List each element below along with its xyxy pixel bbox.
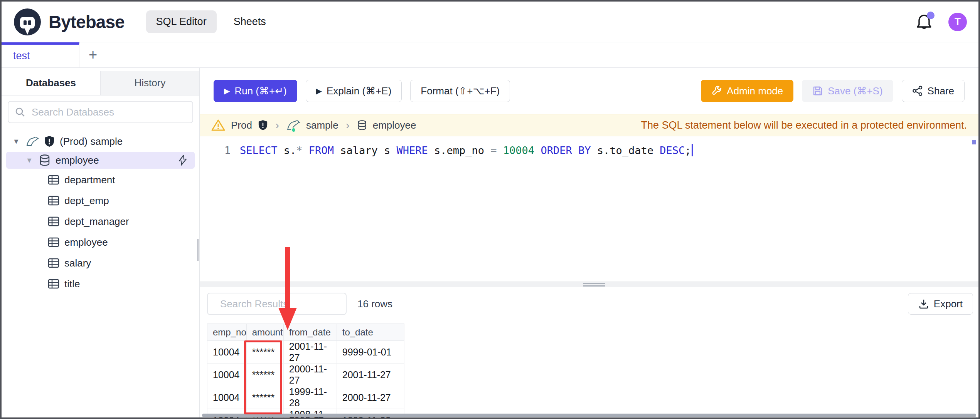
avatar[interactable]: T [948, 13, 967, 31]
database-icon [357, 120, 367, 131]
tree-item-table-title[interactable]: title [2, 273, 199, 294]
play-icon: ▶ [316, 86, 322, 96]
tree-item-table-employee[interactable]: employee [2, 232, 199, 253]
admin-mode-button[interactable]: Admin mode [701, 80, 793, 102]
caret-down-icon[interactable]: ▾ [25, 155, 34, 165]
format-button[interactable]: Format (⇧+⌥+F) [410, 80, 510, 102]
tree-item-table-department[interactable]: department [2, 169, 199, 190]
bolt-icon[interactable] [178, 154, 188, 166]
db-table-list: department dept_emp dept_manager [2, 169, 199, 294]
table-cell[interactable]: 1999-11-28 [283, 386, 337, 409]
run-button[interactable]: ▶ Run (⌘+↵) [214, 80, 297, 102]
tree-item-label: employee [64, 236, 108, 248]
explain-button[interactable]: ▶ Explain (⌘+E) [306, 80, 402, 102]
column-header-amount[interactable]: amount [246, 324, 283, 341]
share-button[interactable]: Share [902, 80, 965, 102]
database-search[interactable] [8, 101, 193, 123]
bytebase-logo-icon [13, 8, 42, 36]
share-icon [912, 85, 923, 96]
table-cell[interactable]: 10004 [207, 341, 247, 364]
line-number: 1 [220, 144, 231, 156]
results-table: emp_noamountfrom_dateto_date 10004******… [207, 323, 404, 419]
table-cell[interactable] [392, 341, 404, 364]
play-icon: ▶ [224, 86, 230, 96]
app-window: Bytebase SQL Editor Sheets T test + Data… [0, 0, 980, 419]
editor-toolbar: ▶ Run (⌘+↵) ▶ Explain (⌘+E) Format (⇧+⌥+… [200, 68, 978, 114]
tree-item-table-dept_emp[interactable]: dept_emp [2, 190, 199, 211]
mysql-icon [286, 119, 300, 131]
table-icon [48, 258, 59, 268]
database-icon [39, 154, 51, 166]
save-button[interactable]: Save (⌘+S) [802, 80, 893, 102]
table-cell[interactable]: ****** [246, 386, 283, 409]
table-row[interactable]: 10004******2000-11-272001-11-27 [207, 364, 404, 386]
table-cell[interactable] [392, 386, 404, 409]
notifications-button[interactable] [916, 13, 932, 31]
chevron-right-icon: › [275, 119, 279, 132]
top-nav: SQL Editor Sheets [146, 10, 266, 33]
worksheet-tabstrip: test + [2, 42, 978, 68]
mysql-icon [26, 136, 39, 147]
tree-item-database-employee[interactable]: ▾ employee [6, 152, 195, 169]
nav-sheets[interactable]: Sheets [234, 16, 266, 28]
table-cell[interactable]: 2001-11-27 [283, 341, 337, 364]
export-button[interactable]: Export [908, 293, 973, 315]
tree-item-label: employee [56, 154, 99, 166]
breadcrumb-table[interactable]: employee [373, 119, 416, 131]
caret-down-icon[interactable]: ▾ [12, 136, 21, 146]
row-count: 16 rows [357, 298, 392, 310]
main-panel: ▶ Run (⌘+↵) ▶ Explain (⌘+E) Format (⇧+⌥+… [200, 68, 978, 417]
results-header-row: emp_noamountfrom_dateto_date [207, 324, 404, 341]
table-cell[interactable]: 2000-11-27 [337, 386, 392, 409]
environment-notice-bar: Prod › sample › [200, 114, 978, 136]
search-databases-input[interactable] [31, 106, 186, 119]
worksheet-tab-test[interactable]: test [2, 42, 79, 67]
add-worksheet-button[interactable]: + [79, 42, 106, 67]
tree-item-label: title [64, 278, 80, 290]
table-row[interactable]: 10004******2001-11-279999-01-01 [207, 341, 404, 364]
nav-sql-editor[interactable]: SQL Editor [146, 10, 217, 33]
table-cell[interactable]: 10004 [207, 386, 247, 409]
horizontal-scrollbar[interactable] [202, 414, 976, 417]
body: Databases History ▾ [2, 68, 978, 417]
divider-grip[interactable] [583, 283, 605, 287]
header-right: T [916, 13, 967, 31]
database-tree: ▾ (Prod) sample [2, 129, 199, 294]
tree-item-label: (Prod) sample [60, 136, 123, 147]
wrench-icon [711, 85, 722, 96]
panel-divider[interactable] [200, 282, 978, 287]
sql-editor[interactable]: 1 SELECT s.* FROM salary s WHERE s.emp_n… [200, 136, 978, 282]
table-cell[interactable]: ****** [246, 364, 283, 386]
results-search[interactable] [207, 293, 347, 315]
table-cell[interactable] [392, 364, 404, 386]
column-header-from_date[interactable]: from_date [283, 324, 337, 341]
search-results-input[interactable] [219, 298, 350, 310]
table-cell[interactable]: 2001-11-27 [337, 364, 392, 386]
breadcrumb-environment[interactable]: Prod [231, 119, 252, 131]
table-icon [48, 237, 59, 247]
tab-databases[interactable]: Databases [2, 71, 101, 95]
table-cell[interactable]: 10004 [207, 364, 247, 386]
results-panel: 16 rows Export emp_noamountfrom [200, 287, 978, 417]
shield-icon [44, 136, 55, 147]
sidebar: Databases History ▾ [2, 68, 200, 417]
shield-icon [258, 120, 268, 131]
column-header-emp_no[interactable]: emp_no [207, 324, 247, 341]
tab-history[interactable]: History [101, 71, 199, 95]
sql-code-line[interactable]: 1 SELECT s.* FROM salary s WHERE s.emp_n… [200, 144, 978, 156]
table-cell[interactable]: 2000-11-27 [283, 364, 337, 386]
tree-item-label: dept_emp [64, 195, 109, 207]
breadcrumb-database[interactable]: sample [306, 119, 338, 131]
column-header-filler[interactable] [392, 324, 404, 341]
save-icon [812, 85, 823, 96]
tree-item-prod-sample[interactable]: ▾ (Prod) sample [2, 132, 199, 151]
table-row[interactable]: 10004******1999-11-282000-11-27 [207, 386, 404, 409]
notification-badge [927, 12, 935, 19]
tree-item-table-dept_manager[interactable]: dept_manager [2, 211, 199, 232]
table-cell[interactable]: ****** [246, 341, 283, 364]
protected-environment-message: The SQL statement below will be executed… [641, 119, 967, 131]
tree-item-table-salary[interactable]: salary [2, 253, 199, 273]
table-cell[interactable]: 9999-01-01 [337, 341, 392, 364]
brand[interactable]: Bytebase [13, 8, 125, 36]
column-header-to_date[interactable]: to_date [337, 324, 392, 341]
